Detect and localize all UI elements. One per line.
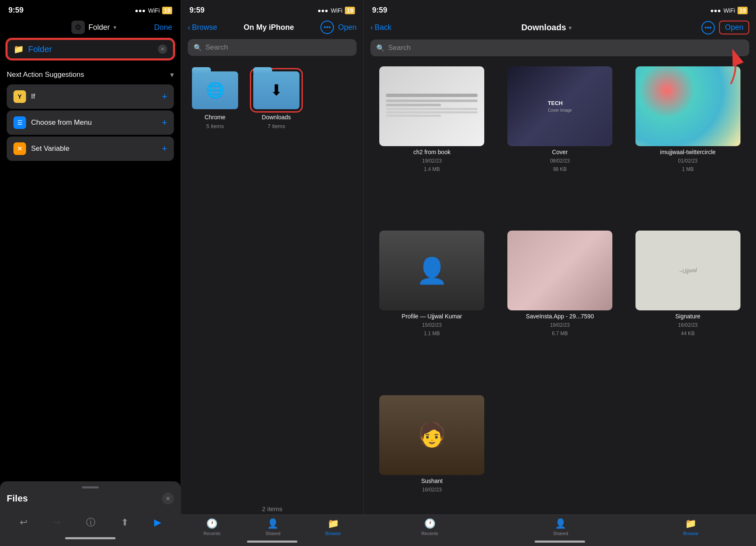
folder-downloads[interactable]: ⬇ Downloads 7 items xyxy=(249,69,304,129)
saveinsta-date: 19/02/23 xyxy=(550,322,570,328)
folder-grid: 🌐 Chrome 5 items ⬇ Downloads 7 items xyxy=(181,63,363,136)
saveinsta-thumb xyxy=(507,231,612,310)
signal-icon-3: ●●● xyxy=(710,7,721,14)
time-1: 9:59 xyxy=(8,6,24,15)
p1-title: Folder xyxy=(88,23,110,32)
file-cover[interactable]: TECH Cover Image Cover 08/02/23 98 KB xyxy=(500,66,620,222)
tab-recents-2[interactable]: 🕐 Recents xyxy=(204,518,220,536)
share-button[interactable]: ⬆ xyxy=(118,514,131,530)
home-indicator-1 xyxy=(65,537,116,539)
tab-browse-3[interactable]: 📁 Browse xyxy=(683,518,698,536)
open-button-2[interactable]: Open xyxy=(338,23,357,32)
play-button[interactable]: ▶ xyxy=(152,514,164,530)
file-profile[interactable]: 👤 Profile — Ujjwal Kumar 15/02/23 1.1 MB xyxy=(372,231,492,386)
info-button[interactable]: ⓘ xyxy=(84,514,98,531)
file-grid: ch2 from book 19/02/23 1.4 MB TECH Cover… xyxy=(364,63,756,546)
tab-browse-2[interactable]: 📁 Browse xyxy=(326,518,341,536)
signature-size: 44 KB xyxy=(681,331,695,336)
shared-label-2: Shared xyxy=(265,531,280,536)
ch2-name: ch2 from book xyxy=(413,149,451,155)
profile-thumb: 👤 xyxy=(379,231,484,310)
signature-name: Signature xyxy=(675,313,701,320)
signature-date: 16/02/23 xyxy=(678,322,698,328)
section-header-suggestions: Next Action Suggestions ▾ xyxy=(0,66,181,84)
more-options-button[interactable]: ••• xyxy=(320,21,334,34)
search-placeholder-2: Search xyxy=(205,43,228,52)
chrome-folder-count: 5 items xyxy=(206,123,224,129)
panel-files-browse: 9:59 ●●● WiFi 19 ‹ Browse On My iPhone •… xyxy=(181,0,363,546)
folder-input-row[interactable]: 📁 Folder ✕ xyxy=(7,39,174,59)
wifi-icon-1: WiFi xyxy=(148,7,160,14)
back-chevron-icon: ‹ xyxy=(188,23,190,32)
close-files-button[interactable]: ✕ xyxy=(162,493,174,504)
tab-shared-3[interactable]: 👤 Shared xyxy=(553,518,568,536)
browse-back-label: Browse xyxy=(192,23,217,32)
add-variable-button[interactable]: + xyxy=(162,143,167,154)
file-twitter[interactable]: imujjwaal-twittercircle 01/02/23 1 MB xyxy=(628,66,748,222)
downloads-folder-name: Downloads xyxy=(262,114,291,121)
sushant-thumb: 🧑 xyxy=(379,395,484,475)
files-title: Files xyxy=(7,493,28,504)
back-button[interactable]: ↩ xyxy=(17,514,30,530)
variable-icon: ✕ xyxy=(13,142,26,155)
add-if-button[interactable]: + xyxy=(162,91,167,102)
saveinsta-size: 6.7 MB xyxy=(552,331,568,336)
search-bar-2[interactable]: 🔍 Search xyxy=(188,39,357,56)
shared-icon-3: 👤 xyxy=(555,518,566,529)
nav-back-3[interactable]: ‹ Back xyxy=(370,23,391,32)
folder-input-text: Folder xyxy=(28,45,154,54)
file-ch2[interactable]: ch2 from book 19/02/23 1.4 MB xyxy=(372,66,492,222)
add-menu-button[interactable]: + xyxy=(162,117,167,128)
search-bar-3[interactable]: 🔍 Search xyxy=(370,39,749,56)
search-placeholder-3: Search xyxy=(388,44,411,52)
clear-input-button[interactable]: ✕ xyxy=(158,45,167,54)
profile-size: 1.1 MB xyxy=(424,331,440,336)
action-left-menu: ☰ Choose from Menu xyxy=(13,116,92,129)
home-indicator-3 xyxy=(535,541,585,543)
time-2: 9:59 xyxy=(189,6,205,15)
tab-recents-3[interactable]: 🕐 Recents xyxy=(421,518,438,536)
file-saveinsta[interactable]: SaveInsta.App - 29...7590 19/02/23 6.7 M… xyxy=(500,231,620,386)
file-signature[interactable]: ~Ujjwal Signature 16/02/23 44 KB xyxy=(628,231,748,386)
downloads-inner-icon: ⬇ xyxy=(270,81,283,99)
action-row-if[interactable]: Y If + xyxy=(7,84,174,109)
browse-icon-3: 📁 xyxy=(685,518,696,529)
status-icons-3: ●●● WiFi 19 xyxy=(710,7,748,14)
files-header: Files ✕ xyxy=(7,493,174,504)
cover-date: 08/02/23 xyxy=(550,158,570,164)
status-icons-1: ●●● WiFi 19 xyxy=(135,7,172,14)
action-left-if: Y If xyxy=(13,90,35,103)
more-options-button-3[interactable]: ••• xyxy=(701,21,715,34)
open-button-3[interactable]: Open xyxy=(719,21,749,34)
chrome-folder-shape: 🌐 xyxy=(192,71,238,109)
status-icons-2: ●●● WiFi 19 xyxy=(318,7,355,14)
downloads-folder-icon-wrap: ⬇ xyxy=(251,69,302,111)
recents-label-3: Recents xyxy=(421,531,438,536)
shortcuts-app-icon: ⚙ xyxy=(71,21,85,34)
tab-shared-2[interactable]: 👤 Shared xyxy=(265,518,280,536)
folder-chrome[interactable]: 🌐 Chrome 5 items xyxy=(188,69,242,129)
recents-label-2: Recents xyxy=(204,531,220,536)
nav-back-2[interactable]: ‹ Browse xyxy=(188,23,217,32)
panel-shortcuts: 9:59 ●●● WiFi 19 ⚙ Folder ▾ Done 📁 Folde… xyxy=(0,0,181,546)
saveinsta-name: SaveInsta.App - 29...7590 xyxy=(526,313,594,320)
search-icon-2: 🔍 xyxy=(194,44,202,52)
nav-bar-2: ‹ Browse On My iPhone ••• Open xyxy=(181,17,363,39)
chevron-down-icon: ▾ xyxy=(113,24,116,31)
sushant-name: Sushant xyxy=(421,478,443,484)
action-row-variable[interactable]: ✕ Set Variable + xyxy=(7,136,174,161)
wifi-icon-2: WiFi xyxy=(331,7,342,14)
p1-header-center: ⚙ Folder ▾ xyxy=(71,21,116,34)
signal-icon-2: ●●● xyxy=(318,7,328,14)
forward-button[interactable]: ↪ xyxy=(50,514,63,530)
time-3: 9:59 xyxy=(372,6,387,15)
chrome-inner-icon: 🌐 xyxy=(206,81,225,99)
twitter-size: 1 MB xyxy=(682,166,694,172)
nav-title-2: On My iPhone xyxy=(244,23,294,32)
status-bar-2: 9:59 ●●● WiFi 19 xyxy=(181,0,363,17)
downloads-chevron-icon: ▾ xyxy=(569,24,572,31)
drag-handle[interactable] xyxy=(82,486,99,488)
done-button[interactable]: Done xyxy=(154,23,172,32)
action-row-menu[interactable]: ☰ Choose from Menu + xyxy=(7,110,174,135)
nav-center-3: Downloads ▾ xyxy=(521,23,572,32)
